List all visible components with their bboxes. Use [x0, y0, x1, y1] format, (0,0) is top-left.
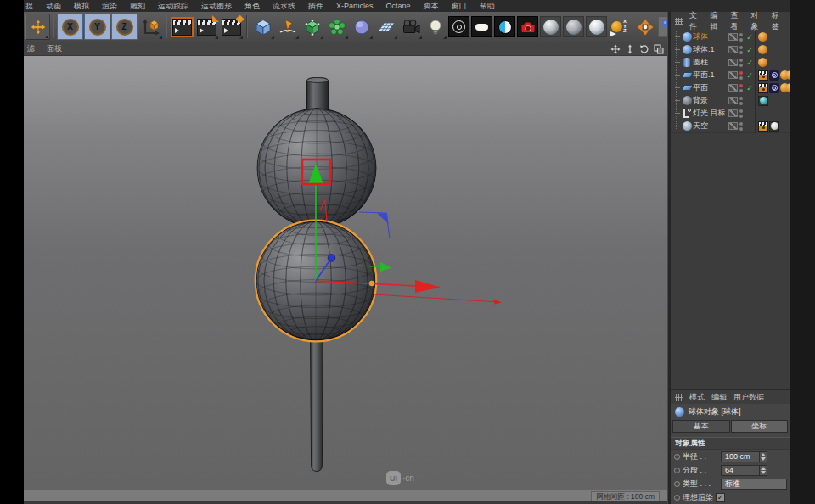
material-tag-icon[interactable] [786, 83, 790, 92]
material-teal-tag-icon[interactable] [758, 96, 768, 106]
om-menu-edit[interactable]: 编辑 [710, 10, 723, 32]
layer-toggle[interactable] [728, 84, 738, 92]
octane-object-tag-icon[interactable] [758, 121, 768, 132]
menu-item-window[interactable]: 窗口 [452, 1, 467, 12]
menu-item-help[interactable]: 帮助 [480, 1, 495, 12]
tab-coordinates[interactable]: 坐标 [731, 420, 789, 433]
layer-toggle[interactable] [728, 59, 738, 66]
visibility-dots[interactable] [738, 71, 745, 80]
radius-input[interactable]: 100 cm [721, 451, 767, 462]
spline-pen-button[interactable] [275, 14, 300, 40]
material-specular-button[interactable] [586, 16, 607, 37]
material-tag-icon[interactable] [786, 70, 790, 80]
xyz-transfer-button[interactable]: XYZ [608, 14, 632, 40]
visibility-dots[interactable] [738, 59, 745, 67]
object-row-plane1[interactable]: 平面.1 ✓ [673, 69, 790, 81]
stepper-arrows[interactable] [759, 452, 767, 462]
am-menu-edit[interactable]: 编辑 [711, 392, 727, 403]
menu-item-mograph[interactable]: 运动图形 [201, 1, 232, 12]
menu-item-octane[interactable]: Octane [386, 2, 411, 10]
menu-item-plugins[interactable]: 插件 [308, 1, 323, 12]
coordinate-system-button[interactable] [138, 14, 163, 40]
menu-item-character[interactable]: 角色 [244, 1, 260, 12]
object-row-plane[interactable]: 平面 ✓ [673, 81, 790, 94]
light-button[interactable] [423, 14, 447, 40]
enabled-check[interactable]: ✓ [745, 84, 755, 92]
keyframe-ring-icon[interactable] [674, 481, 680, 487]
panel-grip-icon[interactable] [675, 394, 683, 401]
material-tag-icon[interactable] [758, 58, 767, 67]
object-row-sky[interactable]: 天空 [673, 120, 790, 132]
object-row-sphere[interactable]: 球体 ✓ [673, 31, 790, 43]
visibility-dots[interactable] [738, 97, 745, 105]
object-row-cylinder[interactable]: 圆柱 ✓ [673, 56, 790, 69]
material-tag-icon[interactable] [758, 45, 767, 54]
camera-button[interactable] [398, 14, 423, 40]
deformer-button[interactable] [324, 14, 349, 40]
compositing-tag-icon[interactable] [769, 83, 779, 93]
octane-area-light-button[interactable] [471, 16, 492, 37]
tab-basic[interactable]: 基本 [672, 420, 730, 433]
visibility-dots[interactable] [738, 84, 745, 92]
pan-view-icon[interactable] [610, 44, 621, 54]
layer-toggle[interactable] [728, 122, 738, 130]
render-to-picture-viewer-button[interactable] [194, 14, 219, 40]
enabled-check[interactable]: ✓ [745, 33, 755, 42]
octane-hdri-environment-button[interactable] [494, 16, 515, 37]
scene-3d-gourd-spheres[interactable] [24, 56, 667, 490]
zoom-view-icon[interactable] [625, 44, 635, 54]
axis-lock-y-button[interactable]: Y [84, 14, 110, 40]
layer-toggle[interactable] [728, 109, 738, 117]
segments-value[interactable]: 64 [722, 466, 759, 474]
octane-object-tag-icon[interactable] [758, 70, 768, 81]
render-view-button[interactable] [170, 14, 194, 40]
object-row-background[interactable]: 背景 [673, 94, 790, 107]
floor-button[interactable] [374, 14, 398, 40]
menu-item-render[interactable]: 渲染 [102, 1, 117, 12]
layer-toggle[interactable] [728, 46, 738, 53]
menu-item-xparticles[interactable]: X-Particles [336, 2, 374, 10]
render-settings-button[interactable] [219, 14, 244, 40]
enabled-check[interactable]: ✓ [745, 71, 755, 80]
visibility-dots[interactable] [738, 122, 745, 131]
octane-live-viewer-button[interactable] [448, 16, 469, 37]
center-focus-button[interactable] [632, 14, 657, 40]
object-row-sphere1[interactable]: 球体.1 ✓ [673, 43, 790, 56]
menu-item-simulate[interactable]: 模拟 [74, 1, 89, 12]
type-dropdown[interactable]: 标准 [721, 479, 787, 490]
material-glossy-button[interactable] [563, 16, 584, 37]
axis-lock-z-button[interactable]: Z [111, 14, 138, 40]
generator-button[interactable] [300, 14, 324, 40]
enabled-check[interactable]: ✓ [745, 46, 755, 54]
material-diffuse-button[interactable] [540, 16, 561, 37]
viewport-canvas[interactable]: UI ·cn [24, 56, 667, 490]
menu-item-pipeline[interactable]: 流水线 [273, 1, 295, 12]
om-menu-tags[interactable]: 标签 [772, 10, 785, 32]
segments-input[interactable]: 64 [721, 465, 767, 476]
material-white-tag-icon[interactable] [769, 121, 779, 132]
compositing-tag-icon[interactable] [769, 70, 779, 81]
om-menu-object[interactable]: 对象 [751, 10, 765, 32]
radius-value[interactable]: 100 cm [722, 452, 759, 461]
menu-item-snap[interactable]: 捉 [25, 1, 33, 12]
stepper-arrows[interactable] [759, 466, 767, 475]
render-perfect-checkbox[interactable]: ✓ [716, 493, 725, 502]
visibility-dots[interactable] [738, 46, 745, 54]
primitive-cube-button[interactable] [250, 14, 275, 40]
toggle-view-layout-icon[interactable] [654, 44, 664, 54]
menu-item-animation[interactable]: 动画 [46, 1, 61, 12]
menu-item-sculpt[interactable]: 雕刻 [130, 1, 145, 12]
panel-grip-icon[interactable] [675, 18, 683, 25]
viewport-menu-filter[interactable]: 滤 [27, 43, 35, 54]
rotate-view-icon[interactable] [639, 44, 649, 54]
move-tool-button[interactable] [25, 14, 50, 40]
visibility-dots[interactable] [738, 109, 745, 118]
viewport-menu-panel[interactable]: 面板 [47, 43, 62, 54]
menu-item-motion-tracker[interactable]: 运动跟踪 [158, 1, 188, 12]
layer-toggle[interactable] [728, 97, 738, 104]
om-menu-file[interactable]: 文件 [689, 10, 703, 32]
visibility-dots[interactable] [738, 33, 745, 42]
material-tag-icon[interactable] [758, 32, 767, 42]
octane-camera-button[interactable] [517, 16, 538, 37]
enabled-check[interactable]: ✓ [745, 59, 755, 67]
